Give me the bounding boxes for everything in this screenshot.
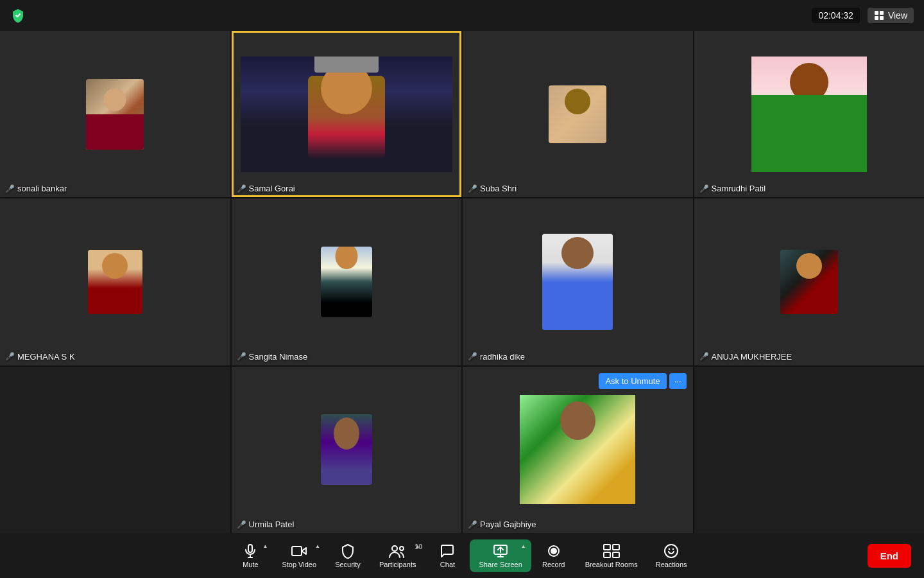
participant-cell-empty1 xyxy=(0,367,230,533)
share-screen-icon xyxy=(493,543,508,559)
svg-rect-1 xyxy=(880,11,884,15)
participants-icon xyxy=(389,543,407,559)
share-screen-label: Share Screen xyxy=(479,561,522,568)
breakout-rooms-button[interactable]: Breakout Rooms xyxy=(576,539,647,572)
participants-count: 10 xyxy=(415,543,422,550)
participant-cell-sonali: 🎤 sonali bankar xyxy=(0,31,230,197)
mute-icon-samal: 🎤 xyxy=(237,184,246,193)
participant-name-meghana: 🎤 MEGHANA S K xyxy=(5,352,75,362)
mute-icon-urmila: 🎤 xyxy=(237,520,246,529)
participant-photo-samal xyxy=(241,57,452,172)
view-button[interactable]: View xyxy=(868,8,914,23)
end-button[interactable]: End xyxy=(868,544,911,568)
mute-chevron[interactable]: ▲ xyxy=(262,543,268,549)
chat-label: Chat xyxy=(440,561,455,568)
shield-icon xyxy=(10,8,26,23)
participants-button[interactable]: ▲ 10 Participants xyxy=(370,539,425,572)
video-grid: 🎤 sonali bankar 🎤 Samal Gorai 🎤 Suba Shr… xyxy=(0,31,924,533)
camera-icon xyxy=(291,543,307,559)
photo-detail-cap xyxy=(314,57,379,73)
svg-point-20 xyxy=(665,545,678,557)
reactions-button[interactable]: Reactions xyxy=(647,539,696,572)
participant-name-samrudhi: 🎤 Samrudhi Patil xyxy=(699,184,766,193)
chat-icon xyxy=(440,543,455,559)
svg-rect-18 xyxy=(604,552,610,557)
svg-point-9 xyxy=(400,547,404,550)
mute-icon-sangita: 🎤 xyxy=(237,352,246,361)
participant-cell-meghana: 🎤 MEGHANA S K xyxy=(0,198,230,365)
share-screen-button[interactable]: ▲ Share Screen xyxy=(470,539,531,572)
participant-photo-payal xyxy=(520,395,635,504)
record-button[interactable]: Record xyxy=(531,539,576,572)
reactions-label: Reactions xyxy=(656,561,687,568)
participant-name-radhika: 🎤 radhika dike xyxy=(468,352,525,362)
ask-unmute-button[interactable]: Ask to Unmute xyxy=(599,373,666,389)
participant-photo-sangita xyxy=(321,247,372,317)
participant-photo-suba xyxy=(549,85,606,143)
svg-rect-16 xyxy=(604,545,610,550)
microphone-icon xyxy=(243,543,258,559)
top-bar: 02:04:32 View xyxy=(0,0,924,31)
svg-rect-17 xyxy=(613,545,619,550)
participant-cell-payal: Ask to Unmute ··· 🎤 Payal Gajbhiye xyxy=(463,367,693,533)
participants-label: Participants xyxy=(379,561,416,568)
participant-name-sangita: 🎤 Sangita Nimase xyxy=(237,352,308,362)
participant-cell-suba: 🎤 Suba Shri xyxy=(463,31,693,197)
participant-cell-samal: 🎤 Samal Gorai xyxy=(232,31,462,197)
participant-cell-anuja: 🎤 ANUJA MUKHERJEE xyxy=(694,198,925,365)
participant-name-samal: 🎤 Samal Gorai xyxy=(237,184,295,193)
ask-unmute-container: Ask to Unmute ··· xyxy=(599,373,686,389)
participant-photo-sonali xyxy=(86,79,144,150)
stop-video-chevron[interactable]: ▲ xyxy=(315,543,320,549)
svg-rect-2 xyxy=(875,16,878,20)
record-label: Record xyxy=(542,561,565,568)
bottom-toolbar: ▲ Mute ▲ Stop Video Security xyxy=(0,533,924,578)
mute-icon-meghana: 🎤 xyxy=(5,352,15,361)
svg-rect-19 xyxy=(613,552,619,557)
mute-label: Mute xyxy=(243,561,258,568)
participant-cell-empty2 xyxy=(694,367,925,533)
stop-video-button[interactable]: ▲ Stop Video xyxy=(273,539,325,572)
mute-icon-anuja: 🎤 xyxy=(699,352,709,361)
breakout-rooms-label: Breakout Rooms xyxy=(585,561,638,568)
participant-cell-radhika: 🎤 radhika dike xyxy=(463,198,693,365)
share-screen-chevron[interactable]: ▲ xyxy=(521,543,526,549)
breakout-rooms-icon xyxy=(603,543,620,559)
participant-cell-urmila: 🎤 Urmila Patel xyxy=(232,367,462,533)
participant-name-anuja: 🎤 ANUJA MUKHERJEE xyxy=(699,352,792,362)
mute-icon-payal: 🎤 xyxy=(468,520,477,529)
security-icon xyxy=(340,543,355,559)
svg-rect-0 xyxy=(875,11,878,15)
mute-icon-samrudhi: 🎤 xyxy=(699,184,709,193)
participant-photo-anuja xyxy=(780,250,838,314)
participant-cell-samrudhi: 🎤 Samrudhi Patil xyxy=(694,31,925,197)
participant-cell-sangita: 🎤 Sangita Nimase xyxy=(232,198,462,365)
more-options-button[interactable]: ··· xyxy=(669,373,687,389)
participant-name-sonali: 🎤 sonali bankar xyxy=(5,184,67,193)
participant-photo-radhika xyxy=(542,234,613,330)
svg-point-15 xyxy=(551,548,556,554)
grid-view-icon xyxy=(874,10,884,21)
record-icon xyxy=(546,543,561,559)
svg-rect-7 xyxy=(292,547,302,556)
top-bar-right: 02:04:32 View xyxy=(812,8,914,23)
svg-rect-4 xyxy=(248,545,252,552)
security-label: Security xyxy=(335,561,361,568)
svg-point-8 xyxy=(392,546,397,551)
chat-button[interactable]: Chat xyxy=(425,539,470,572)
mute-icon-radhika: 🎤 xyxy=(468,352,477,361)
participant-photo-samrudhi xyxy=(751,57,867,172)
participant-photo-urmila xyxy=(321,414,372,485)
participant-name-payal: 🎤 Payal Gajbhiye xyxy=(468,520,536,529)
mute-button[interactable]: ▲ Mute xyxy=(228,539,273,572)
view-label: View xyxy=(888,10,907,21)
svg-rect-3 xyxy=(880,16,884,20)
mute-icon-suba: 🎤 xyxy=(468,184,477,193)
participant-photo-meghana xyxy=(88,250,142,314)
shield-icon-container xyxy=(10,8,26,23)
participant-name-urmila: 🎤 Urmila Patel xyxy=(237,520,295,529)
mute-icon-sonali: 🎤 xyxy=(5,184,15,193)
security-button[interactable]: Security xyxy=(325,539,370,572)
meeting-timer: 02:04:32 xyxy=(812,8,860,23)
stop-video-label: Stop Video xyxy=(282,561,316,568)
